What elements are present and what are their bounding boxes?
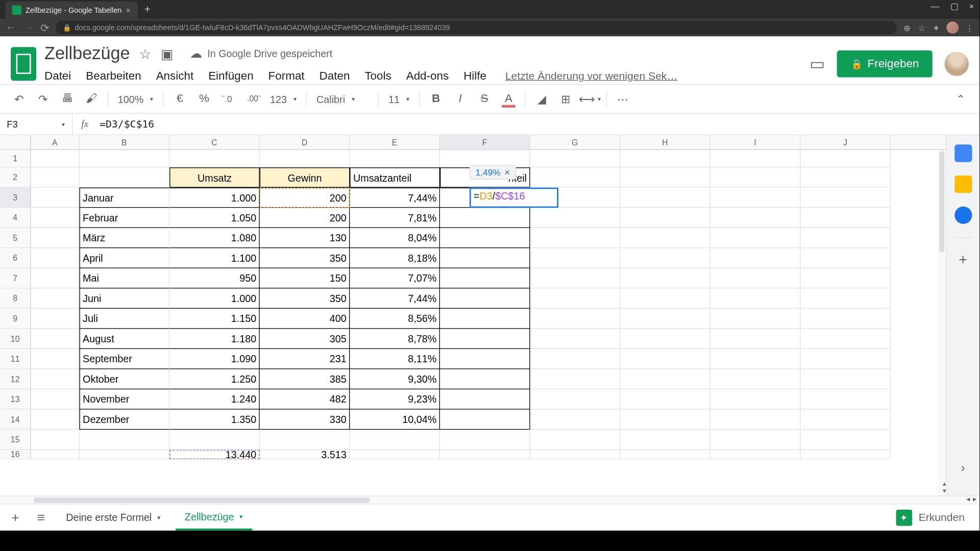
cell[interactable] [31,410,80,430]
col-header[interactable]: H [620,135,710,149]
cell[interactable] [80,150,170,167]
cell[interactable] [31,288,80,309]
cell[interactable] [530,208,621,228]
cell[interactable]: 1.240 [169,389,260,410]
cell[interactable] [530,389,621,410]
cell[interactable] [620,309,710,329]
cell[interactable]: 1.090 [169,349,260,369]
merge-button[interactable]: ⟷ [579,88,601,110]
cell[interactable] [710,188,801,208]
cell[interactable] [530,288,621,309]
share-button[interactable]: 🔒 Freigeben [837,50,933,77]
cell[interactable] [620,369,710,390]
menu-help[interactable]: Hilfe [463,69,486,83]
sheets-logo-icon[interactable] [11,47,36,81]
menu-format[interactable]: Format [268,69,305,83]
cell[interactable] [440,329,530,349]
tasks-icon[interactable] [954,207,972,224]
cell[interactable]: 13.440 [169,450,260,459]
cell[interactable] [710,208,801,228]
all-sheets-button[interactable]: ≡ [31,507,52,528]
cell[interactable] [620,288,710,309]
cell[interactable]: 385 [260,369,350,390]
vertical-scrollbar[interactable]: ▴▾ [938,150,946,495]
cell[interactable] [31,167,80,188]
cell[interactable]: 330 [260,410,350,430]
cell[interactable] [530,430,621,450]
cell[interactable] [800,228,891,248]
cell[interactable]: Oktober [80,369,170,390]
cell[interactable] [440,228,530,248]
cell[interactable]: Umsatzanteil [350,167,440,188]
cell[interactable]: 8,04% [350,228,440,248]
row-header[interactable]: 2 [0,167,31,188]
col-header[interactable]: E [350,135,440,149]
cell[interactable]: März [80,228,170,248]
cell[interactable]: Juli [80,309,170,329]
undo-button[interactable]: ↶ [8,88,30,110]
cell[interactable] [800,248,891,268]
cell[interactable] [530,410,621,430]
cell[interactable]: 350 [260,248,350,268]
cell[interactable] [800,430,891,450]
browser-tab[interactable]: Zellbezüge - Google Tabellen × [6,2,138,19]
cell[interactable] [440,309,530,329]
sheet-tab-active[interactable]: Zellbezüge ▾ [175,505,252,530]
col-header[interactable]: J [800,135,891,149]
cell[interactable]: 1.180 [169,329,260,349]
cell[interactable] [530,329,621,349]
cell[interactable] [710,309,801,329]
cell[interactable]: Januar [80,188,170,208]
cell[interactable]: 1.100 [169,248,260,268]
cell[interactable] [169,150,260,167]
chevron-down-icon[interactable]: ▾ [239,513,243,520]
cell[interactable] [710,430,801,450]
col-header[interactable]: C [169,135,260,149]
cell[interactable]: 130 [260,228,350,248]
cell[interactable] [530,349,621,369]
row-header[interactable]: 6 [0,248,31,268]
row-header[interactable]: 11 [0,349,31,369]
cell[interactable] [620,389,710,410]
cell[interactable] [530,150,621,167]
cell[interactable]: 150 [260,268,350,289]
cell[interactable]: 1.350 [169,410,260,430]
sheet-tab[interactable]: Deine erste Formel ▾ [57,505,170,530]
collapse-toolbar-button[interactable]: ⌃ [950,88,971,110]
cell[interactable]: Umsatz [169,167,260,188]
cell[interactable]: Februar [80,208,170,228]
horizontal-scrollbar[interactable]: ◂▸ [0,495,979,504]
name-box[interactable]: F3 ▾ [0,114,72,135]
cell[interactable] [530,228,621,248]
borders-button[interactable]: ⊞ [555,88,576,110]
currency-button[interactable]: € [169,88,190,110]
scrollbar-thumb[interactable] [34,497,370,503]
cell[interactable]: 7,07% [350,268,440,289]
cell[interactable] [800,349,891,369]
cell[interactable] [710,329,801,349]
cell[interactable]: April [80,248,170,268]
cell[interactable] [31,369,80,390]
cell[interactable] [80,167,170,188]
cell[interactable] [800,188,891,208]
scrollbar-thumb[interactable] [939,152,945,253]
cell[interactable] [169,430,260,450]
close-tab-icon[interactable]: × [126,5,131,15]
browser-menu-icon[interactable]: ⋮ [965,22,974,33]
cell[interactable] [620,349,710,369]
row-header[interactable]: 14 [0,410,31,430]
cell[interactable] [620,248,710,268]
cell[interactable] [530,369,621,390]
row-header[interactable]: 5 [0,228,31,248]
col-header[interactable]: G [530,135,621,149]
cell[interactable]: Dezember [80,410,170,430]
cell[interactable] [260,430,350,450]
bookmark-icon[interactable]: ☆ [918,22,926,33]
cell[interactable] [31,268,80,289]
formula-input[interactable]: =D3/$C$16 [97,118,979,130]
row-header[interactable]: 8 [0,288,31,309]
cell[interactable] [31,309,80,329]
cell[interactable]: 1.250 [169,369,260,390]
cell[interactable] [710,349,801,369]
cell[interactable] [31,228,80,248]
